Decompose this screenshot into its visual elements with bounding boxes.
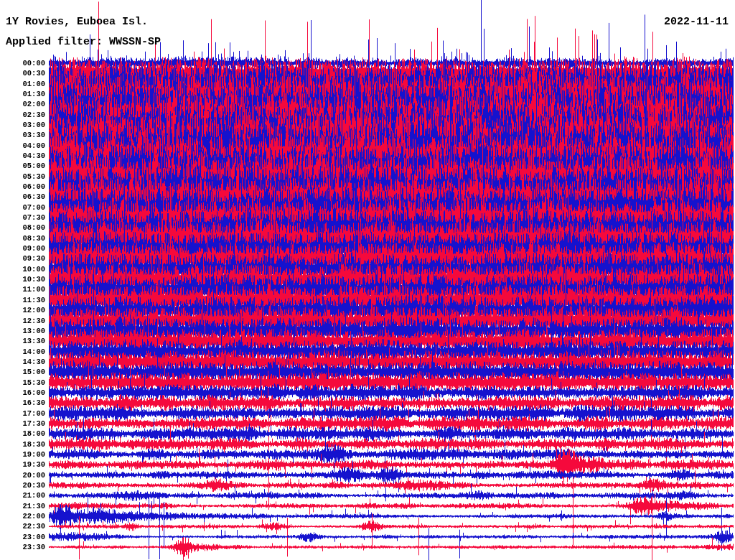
time-label: 05:30 bbox=[0, 172, 45, 181]
time-label: 14:00 bbox=[0, 347, 45, 356]
time-label: 11:00 bbox=[0, 285, 45, 294]
time-axis: 00:0000:3001:0001:3002:0002:3003:0003:30… bbox=[0, 0, 46, 560]
time-label: 04:00 bbox=[0, 141, 45, 150]
time-label: 11:30 bbox=[0, 296, 45, 304]
time-label: 07:30 bbox=[0, 213, 45, 222]
time-label: 16:00 bbox=[0, 388, 45, 397]
date-label: 2022-11-11 bbox=[664, 16, 729, 28]
time-label: 09:30 bbox=[0, 254, 45, 263]
time-label: 09:00 bbox=[0, 244, 45, 253]
time-label: 22:30 bbox=[0, 522, 45, 531]
time-label: 23:30 bbox=[0, 543, 45, 551]
time-label: 20:30 bbox=[0, 481, 45, 490]
time-label: 08:30 bbox=[0, 234, 45, 243]
time-label: 16:30 bbox=[0, 398, 45, 407]
time-label: 04:30 bbox=[0, 151, 45, 160]
time-label: 01:00 bbox=[0, 80, 45, 88]
time-label: 21:30 bbox=[0, 502, 45, 510]
time-label: 03:00 bbox=[0, 121, 45, 129]
seismogram-canvas bbox=[0, 0, 735, 560]
time-label: 19:00 bbox=[0, 450, 45, 459]
time-label: 15:00 bbox=[0, 368, 45, 376]
time-label: 22:00 bbox=[0, 512, 45, 521]
time-label: 18:00 bbox=[0, 429, 45, 438]
time-label: 00:30 bbox=[0, 69, 45, 78]
time-label: 06:00 bbox=[0, 182, 45, 191]
time-label: 12:30 bbox=[0, 317, 45, 325]
time-label: 17:30 bbox=[0, 419, 45, 428]
time-label: 01:30 bbox=[0, 90, 45, 98]
time-label: 02:00 bbox=[0, 100, 45, 108]
time-label: 05:00 bbox=[0, 162, 45, 170]
time-label: 19:30 bbox=[0, 460, 45, 469]
time-label: 10:30 bbox=[0, 275, 45, 284]
time-label: 21:00 bbox=[0, 491, 45, 500]
time-label: 13:30 bbox=[0, 337, 45, 345]
time-label: 03:30 bbox=[0, 131, 45, 139]
time-label: 00:00 bbox=[0, 59, 45, 67]
time-label: 18:30 bbox=[0, 440, 45, 449]
time-label: 10:00 bbox=[0, 265, 45, 274]
time-label: 07:00 bbox=[0, 203, 45, 212]
helicorder-page: 1Y Rovies, Euboea Isl. Applied filter: W… bbox=[0, 0, 735, 560]
time-label: 17:00 bbox=[0, 409, 45, 418]
time-label: 08:00 bbox=[0, 223, 45, 232]
time-label: 12:00 bbox=[0, 306, 45, 314]
time-label: 23:00 bbox=[0, 533, 45, 541]
time-label: 06:30 bbox=[0, 192, 45, 201]
time-label: 02:30 bbox=[0, 111, 45, 119]
time-label: 13:00 bbox=[0, 327, 45, 335]
time-label: 15:30 bbox=[0, 378, 45, 387]
time-label: 20:00 bbox=[0, 471, 45, 480]
time-label: 14:30 bbox=[0, 358, 45, 366]
